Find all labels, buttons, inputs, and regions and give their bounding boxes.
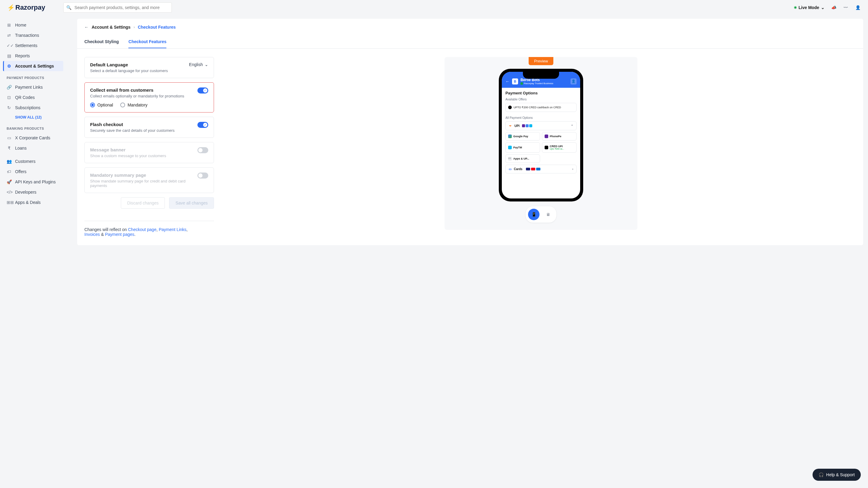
radio-optional[interactable]: Optional <box>90 103 113 107</box>
card-icon: ▭ <box>7 136 11 140</box>
profile-icon[interactable]: 👤 <box>855 4 861 10</box>
paytm-option: PayTM <box>505 142 540 153</box>
chevron-right-icon: › <box>133 25 135 29</box>
user-icon: 👤 <box>570 79 577 84</box>
save-button[interactable]: Save all changes <box>169 197 214 209</box>
cred-circle-icon <box>508 106 512 109</box>
summary-page-card: Mandatory summary page Show mandate summ… <box>84 167 214 193</box>
flash-checkout-toggle[interactable]: ✓ <box>197 122 208 128</box>
card-brand-icons <box>526 168 540 170</box>
nav-label: Apps & Deals <box>15 200 41 205</box>
nav-loans[interactable]: ₹Loans <box>3 143 63 153</box>
nav-subscriptions[interactable]: ↻Subscriptions <box>3 103 63 113</box>
collect-email-card: Collect email from customers Collect ema… <box>84 82 214 113</box>
refresh-icon: ↻ <box>7 105 11 110</box>
trusted-badge: Razorpay Trusted Business <box>521 82 568 85</box>
nav-payment-links[interactable]: 🔗Payment Links <box>3 82 63 92</box>
nav-offers[interactable]: 🏷Offers <box>3 167 63 177</box>
language-value: English <box>189 62 203 67</box>
nav-apps-deals[interactable]: ⊞⊞Apps & Deals <box>3 197 63 207</box>
desktop-view-button[interactable]: 🖥 <box>542 209 554 220</box>
nav-transactions[interactable]: ⇄Transactions <box>3 30 63 40</box>
radio-label: Optional <box>97 103 113 107</box>
nav-reports[interactable]: ▤Reports <box>3 51 63 61</box>
nav-corporate-cards[interactable]: ▭X Corporate Cards <box>3 133 63 143</box>
phone-mockup: ← B Bertie Bots Razorpay Trusted Busines… <box>499 69 583 201</box>
nav-developers[interactable]: </>Developers <box>3 187 63 197</box>
nav-label: Reports <box>15 53 30 58</box>
announcements-icon[interactable]: 📣 <box>831 4 837 10</box>
shield-icon <box>521 82 523 85</box>
toggle-knob <box>198 148 203 152</box>
checkout-back-icon: ← <box>505 79 510 84</box>
search-icon: 🔍 <box>66 5 71 10</box>
tab-checkout-styling[interactable]: Checkout Styling <box>84 36 119 48</box>
gear-icon: ⚙ <box>7 64 11 68</box>
radio-mandatory[interactable]: Mandatory <box>120 103 147 107</box>
discard-button[interactable]: Discard changes <box>121 197 165 209</box>
breadcrumb-checkout-features[interactable]: Checkout Features <box>138 25 176 30</box>
link-invoices[interactable]: Invoices <box>84 232 100 237</box>
search-input[interactable] <box>63 2 172 13</box>
gpay-option: Google Pay <box>505 132 540 141</box>
nav-customers[interactable]: 👥Customers <box>3 156 63 167</box>
transactions-icon: ⇄ <box>7 33 11 38</box>
nav-label: QR Codes <box>15 95 35 100</box>
lang-title: Default Language <box>90 62 168 67</box>
form-actions: Discard changes Save all changes <box>84 197 214 209</box>
message-banner-toggle[interactable] <box>197 147 208 153</box>
all-payment-options-label: All Payment Options <box>505 116 577 119</box>
nav-home[interactable]: ⊞Home <box>3 20 63 30</box>
payment-products-heading: PAYMENT PRODUCTS <box>3 71 63 82</box>
upi-icon: ⫧ <box>509 124 512 127</box>
link-payment-links[interactable]: Payment Links <box>159 227 187 232</box>
rocket-icon: 🚀 <box>7 179 11 184</box>
offer-text: UPTO ₹200 CRED cashback on CRED <box>514 106 561 109</box>
summary-page-toggle[interactable] <box>197 173 208 178</box>
tab-checkout-features[interactable]: Checkout Features <box>128 36 166 48</box>
nav-label: Offers <box>15 169 27 174</box>
activity-icon[interactable]: 〰 <box>843 4 849 10</box>
link-checkout-page[interactable]: Checkout page <box>128 227 156 232</box>
preview-badge: Preview <box>529 57 553 65</box>
check-icon: ✓ <box>203 123 207 127</box>
back-arrow-icon[interactable]: ← <box>84 25 89 30</box>
phonepe-option: PhonePe <box>542 132 577 141</box>
header-right: Live Mode ⌄ 📣 〰 👤 <box>794 4 861 10</box>
nav-settlements[interactable]: ✓✓Settlements <box>3 40 63 51</box>
check-icon: ✓ <box>203 88 207 93</box>
settlements-icon: ✓✓ <box>7 43 11 48</box>
nav-qr-codes[interactable]: ⊡QR Codes <box>3 92 63 103</box>
more-apps-option: ⋯Apps & UP... <box>505 154 540 163</box>
breadcrumb-account-settings[interactable]: Account & Settings <box>92 25 130 30</box>
message-banner-card: Message banner Show a custom message to … <box>84 142 214 163</box>
note-prefix: Changes will reflect on <box>84 227 128 232</box>
nav-api-keys[interactable]: 🚀API Keys and Plugins <box>3 177 63 187</box>
chevron-down-icon: ⌄ <box>205 62 208 67</box>
desktop-icon: 🖥 <box>546 212 550 217</box>
upi-row: ⫧ UPI ⌃ <box>505 121 577 130</box>
link-payment-pages[interactable]: Payment pages <box>105 232 134 237</box>
nav-label: API Keys and Plugins <box>15 179 56 184</box>
banner-title: Message banner <box>90 147 166 152</box>
code-icon: </> <box>7 190 11 195</box>
cards-row: ▭ Cards › <box>505 165 577 173</box>
mode-selector[interactable]: Live Mode ⌄ <box>794 5 825 10</box>
language-dropdown[interactable]: English ⌄ <box>189 62 208 67</box>
changes-reflect-note: Changes will reflect on Checkout page, P… <box>84 221 214 237</box>
phonepe-icon <box>545 135 548 138</box>
nav-account-settings[interactable]: ⚙Account & Settings <box>3 61 63 71</box>
chevron-right-icon: › <box>572 167 573 171</box>
mobile-view-button[interactable]: 📱 <box>528 209 539 220</box>
more-icon: ⋯ <box>508 157 512 161</box>
offer-item: UPTO ₹200 CRED cashback on CRED <box>505 103 577 112</box>
show-all-link[interactable]: SHOW ALL (12) <box>3 113 63 122</box>
grid-icon: ⊞⊞ <box>7 200 11 205</box>
mode-label: Live Mode <box>799 5 819 10</box>
lang-sub: Select a default language for your custo… <box>90 68 168 73</box>
collect-email-toggle[interactable]: ✓ <box>197 87 208 93</box>
nav-label: Payment Links <box>15 85 43 90</box>
logo[interactable]: ⚡ Razorpay <box>7 4 45 11</box>
upi-app-icons <box>522 124 532 127</box>
preview-column: Preview ← B Bertie Bots Razorpay Trusted… <box>226 57 856 237</box>
